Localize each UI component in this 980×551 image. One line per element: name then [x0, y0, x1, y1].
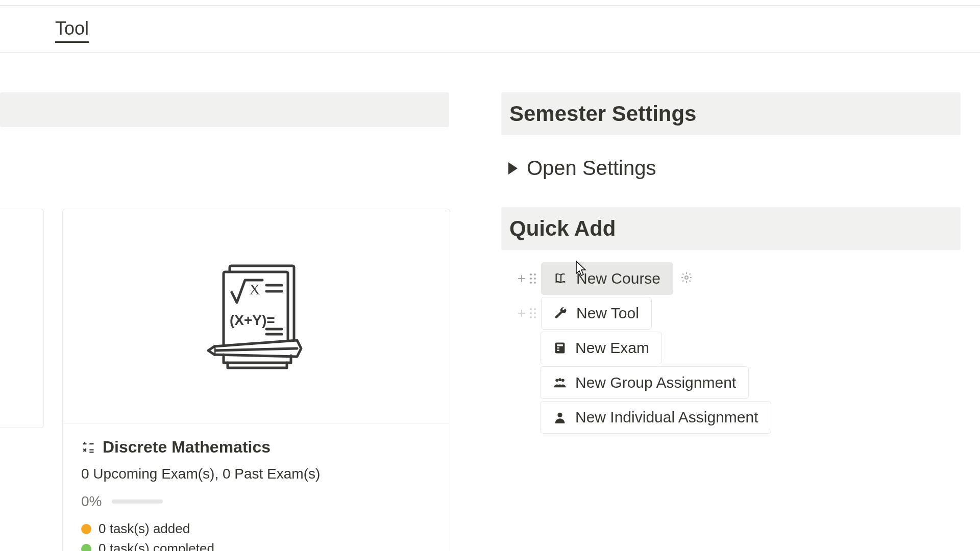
open-settings-toggle[interactable]: Open Settings	[501, 147, 961, 189]
svg-rect-13	[557, 350, 559, 351]
right-panel: Semester Settings Open Settings Quick Ad…	[501, 92, 961, 551]
quick-add-list: + New Course	[501, 262, 961, 434]
task-added-text: 0 task(s) added	[99, 521, 190, 537]
svg-point-16	[558, 378, 561, 381]
svg-point-15	[561, 379, 565, 382]
quick-add-row-course: + New Course	[501, 262, 693, 295]
task-row-added: 0 task(s) added	[81, 521, 431, 537]
course-details: Discrete Mathematics 0 Upcoming Exam(s),…	[63, 423, 450, 551]
course-title: Discrete Mathematics	[103, 438, 271, 457]
gear-icon[interactable]	[680, 271, 693, 286]
task-row-completed: 0 task(s) completed	[81, 541, 431, 551]
new-tool-button[interactable]: New Tool	[541, 297, 652, 330]
new-course-button[interactable]: New Course	[541, 262, 673, 295]
progress-bar	[112, 499, 163, 504]
prev-card-edge	[0, 209, 44, 428]
wrench-icon	[554, 306, 568, 320]
add-icon[interactable]: +	[518, 305, 526, 321]
triangle-right-icon	[508, 162, 518, 174]
course-exam-info: 0 Upcoming Exam(s), 0 Past Exam(s)	[81, 466, 431, 482]
progress-percent: 0%	[81, 493, 102, 510]
svg-rect-12	[557, 347, 559, 348]
semester-settings-title: Semester Settings	[509, 102, 696, 126]
left-panel: X (X+Y)=	[0, 92, 450, 551]
dot-orange-icon	[81, 524, 91, 534]
group-icon	[553, 375, 567, 390]
svg-text:X: X	[249, 281, 260, 297]
svg-text:(X+Y)=: (X+Y)=	[230, 312, 275, 328]
new-individual-assignment-label: New Individual Assignment	[575, 409, 758, 426]
open-settings-label: Open Settings	[527, 157, 656, 180]
drag-handle-icon[interactable]	[530, 273, 536, 284]
task-completed-text: 0 task(s) completed	[99, 541, 214, 551]
left-grey-bar	[0, 92, 449, 127]
new-exam-button[interactable]: New Exam	[540, 332, 662, 364]
svg-point-14	[555, 379, 558, 382]
math-book-icon: X (X+Y)=	[205, 263, 307, 370]
person-icon	[553, 410, 567, 424]
math-operators-icon	[81, 440, 95, 455]
course-image: X (X+Y)=	[63, 209, 450, 423]
quick-add-row-tool: + New Tool	[501, 297, 652, 330]
tab-header: Tool	[0, 6, 980, 53]
quick-add-row-group: New Group Assignment	[540, 366, 749, 399]
course-card-area: X (X+Y)=	[0, 209, 450, 551]
new-group-assignment-label: New Group Assignment	[575, 374, 736, 391]
add-icon[interactable]: +	[518, 270, 526, 287]
dot-green-icon	[81, 544, 91, 552]
new-course-label: New Course	[576, 270, 660, 287]
row-controls: +	[501, 270, 540, 287]
new-group-assignment-button[interactable]: New Group Assignment	[540, 366, 749, 399]
new-exam-label: New Exam	[575, 339, 649, 357]
drag-handle-icon[interactable]	[530, 308, 536, 318]
quick-add-header: Quick Add	[501, 207, 961, 250]
svg-rect-11	[557, 344, 563, 346]
new-individual-assignment-button[interactable]: New Individual Assignment	[540, 401, 771, 434]
book-icon	[554, 271, 568, 286]
svg-point-17	[557, 413, 562, 417]
semester-settings-header: Semester Settings	[501, 92, 961, 135]
progress-row: 0%	[81, 493, 431, 510]
svg-point-9	[685, 276, 688, 279]
row-controls: +	[501, 305, 540, 321]
quick-add-title: Quick Add	[509, 216, 616, 240]
quick-add-row-exam: New Exam	[540, 332, 662, 364]
new-tool-label: New Tool	[576, 305, 639, 322]
exam-icon	[553, 341, 567, 355]
tab-tool[interactable]: Tool	[55, 18, 89, 43]
course-card[interactable]: X (X+Y)=	[62, 209, 450, 551]
svg-rect-10	[555, 343, 565, 354]
course-title-row: Discrete Mathematics	[81, 438, 431, 457]
quick-add-row-individual: New Individual Assignment	[540, 401, 771, 434]
main-content: X (X+Y)=	[0, 53, 980, 551]
